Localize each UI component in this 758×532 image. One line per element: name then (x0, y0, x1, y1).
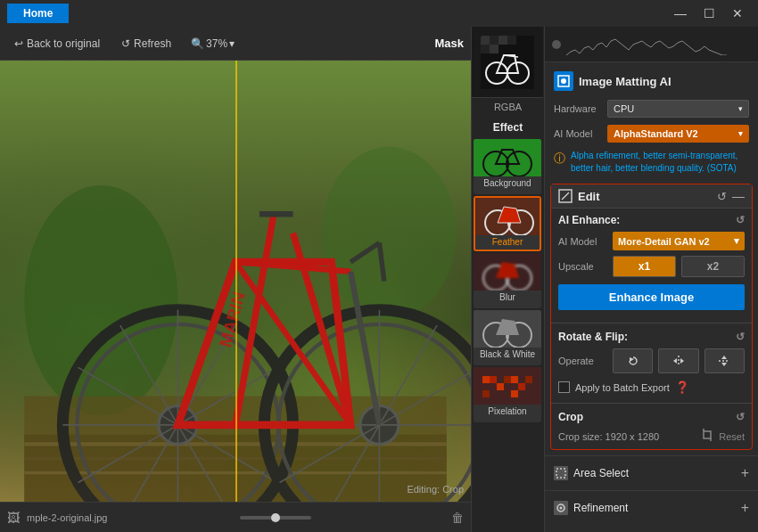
ai-model-value: AlphaStandard V2 (614, 128, 698, 139)
refinement-section[interactable]: Refinement + (545, 490, 758, 525)
edit-undo-button[interactable]: ↺ (717, 190, 727, 203)
main-image: MARIN Editing: Crop (0, 61, 471, 502)
feather-preview (475, 198, 541, 235)
crop-reset-button[interactable]: Reset (719, 431, 745, 442)
flip-horizontal-button[interactable] (658, 348, 698, 373)
svg-rect-37 (481, 45, 490, 53)
waveform-visual (566, 34, 751, 55)
flip-horizontal-icon (671, 354, 686, 368)
edit-close-button[interactable]: — (732, 189, 745, 203)
crop-title: Crop ↺ (558, 411, 745, 423)
ai-model-edit-value: More-Detail GAN v2 (618, 236, 710, 247)
hardware-dropdown[interactable]: CPU ▾ (607, 100, 749, 118)
effect-panel: RGBA Effect Background (471, 27, 544, 532)
ai-model-label-edit: AI Model (558, 236, 607, 247)
svg-point-87 (560, 507, 563, 510)
zoom-slider[interactable] (240, 516, 311, 520)
area-select-svg (556, 468, 566, 479)
edit-title: Edit (578, 190, 712, 203)
area-select-expand-icon: + (741, 465, 749, 481)
canvas-toolbar: ↩ Back to original ↺ Refresh 🔍 37% ▾ Mas… (0, 27, 471, 61)
operate-row: Operate (558, 348, 745, 373)
svg-rect-85 (556, 469, 565, 478)
bg-preview (474, 139, 541, 176)
effect-thumb-blur (474, 253, 541, 291)
rotate-left-icon (626, 354, 640, 368)
filename-label: mple-2-original.jpg (27, 512, 108, 523)
svg-rect-62 (482, 376, 490, 383)
help-icon[interactable]: ❓ (675, 381, 689, 394)
title-bar-controls: — ☐ ✕ (667, 4, 751, 23)
refinement-title: Refinement (573, 502, 736, 514)
upscale-row: Upscale x1 x2 (558, 256, 745, 277)
edit-section: Edit ↺ — AI Enhance: ↺ AI Model More-Det… (550, 184, 753, 450)
upscale-x2-button[interactable]: x2 (681, 256, 745, 277)
svg-rect-38 (490, 45, 498, 53)
tab-home[interactable]: Home (7, 4, 69, 23)
rotate-undo[interactable]: ↺ (736, 331, 745, 343)
main-content: ↩ Back to original ↺ Refresh 🔍 37% ▾ Mas… (0, 27, 758, 532)
image-container[interactable]: MARIN Editing: Crop (0, 61, 471, 502)
area-select-icon (554, 466, 568, 480)
svg-marker-78 (680, 358, 684, 364)
hardware-value: CPU (614, 103, 634, 114)
enhance-image-button[interactable]: Enhance Image (558, 284, 745, 310)
zoom-control[interactable]: 🔍 37% ▾ (185, 34, 240, 53)
effect-item-bw[interactable]: Black & White (474, 310, 541, 365)
close-button[interactable]: ✕ (724, 4, 751, 23)
batch-row: Apply to Batch Export ❓ (558, 381, 745, 394)
zoom-slider-thumb (271, 513, 280, 522)
svg-rect-63 (490, 376, 497, 383)
upscale-label: Upscale (558, 261, 607, 272)
effect-item-background[interactable]: Background (474, 139, 541, 194)
effect-item-feather[interactable]: Feather (474, 196, 541, 251)
flip-vertical-button[interactable] (704, 348, 745, 373)
info-text: Alpha refinement, better semi-transparen… (571, 150, 749, 175)
crop-row: Crop size: 1920 x 1280 Reset (558, 429, 745, 444)
rotate-title: Rotate & Flip: ↺ (558, 331, 745, 343)
ai-enhance-subsection: AI Enhance: ↺ AI Model More-Detail GAN v… (551, 209, 752, 319)
split-line (235, 61, 237, 502)
svg-rect-35 (481, 36, 490, 45)
effect-item-pixelation[interactable]: Pixelation (474, 367, 541, 422)
maximize-button[interactable]: ☐ (696, 4, 722, 23)
refresh-icon: ↺ (121, 37, 130, 50)
ai-enhance-undo[interactable]: ↺ (736, 214, 745, 226)
refresh-button[interactable]: ↺ Refresh (114, 34, 178, 53)
delete-button[interactable]: 🗑 (451, 511, 464, 525)
effect-label-bw: Black & White (480, 348, 535, 361)
crop-section: Crop ↺ Crop size: 1920 x 1280 (551, 407, 752, 449)
ai-model-edit-dropdown[interactable]: More-Detail GAN v2 ▾ (613, 232, 745, 250)
upscale-x1-button[interactable]: x1 (613, 256, 676, 277)
matting-icon (554, 71, 573, 91)
back-to-original-button[interactable]: ↩ Back to original (7, 34, 107, 53)
svg-rect-36 (490, 36, 498, 45)
ai-model-dropdown[interactable]: AlphaStandard V2 ▾ (607, 125, 749, 143)
rotate-left-button[interactable] (613, 348, 653, 373)
svg-rect-40 (507, 36, 516, 45)
svg-point-72 (561, 78, 566, 84)
info-icon: ⓘ (554, 151, 565, 167)
area-select-section[interactable]: Area Select + (545, 455, 758, 490)
hardware-dropdown-arrow: ▾ (738, 104, 743, 113)
model-select-row: AI Model More-Detail GAN v2 ▾ (558, 232, 745, 250)
title-bar-tabs: Home (7, 4, 69, 23)
effect-item-blur[interactable]: Blur (474, 253, 541, 308)
crop-undo[interactable]: ↺ (736, 411, 745, 423)
canvas-area: ↩ Back to original ↺ Refresh 🔍 37% ▾ Mas… (0, 27, 471, 532)
svg-point-1 (322, 147, 457, 320)
ai-model-row: AI Model AlphaStandard V2 ▾ (545, 121, 758, 146)
crop-icon-button[interactable] (701, 429, 713, 444)
minimize-button[interactable]: — (667, 4, 694, 23)
image-icon: 🖼 (7, 511, 20, 525)
svg-marker-81 (721, 363, 727, 366)
svg-rect-67 (518, 383, 525, 390)
svg-rect-64 (497, 383, 504, 390)
effect-thumb-background (474, 139, 541, 176)
pix-preview (474, 367, 541, 405)
waveform-svg (566, 34, 727, 55)
hardware-label: Hardware (554, 103, 600, 114)
title-bar: Home — ☐ ✕ (0, 0, 758, 27)
mask-preview-svg (481, 36, 534, 89)
batch-checkbox[interactable] (558, 381, 570, 393)
